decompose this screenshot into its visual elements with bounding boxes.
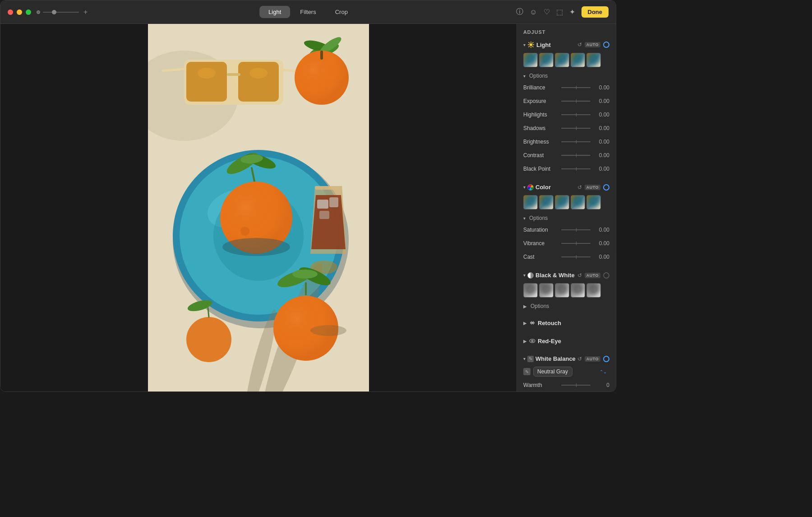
color-thumb-5[interactable] <box>586 195 601 210</box>
color-thumb-3[interactable] <box>555 195 569 210</box>
bw-thumb-1[interactable] <box>523 283 538 298</box>
bw-indicator[interactable] <box>603 272 609 279</box>
wb-pencil-icon: ✎ <box>523 368 531 375</box>
bw-thumb-5[interactable] <box>586 283 601 298</box>
saturation-label: Saturation <box>523 227 558 233</box>
light-section-controls: ↺ AUTO <box>577 42 609 48</box>
color-chevron-icon: ▾ <box>523 185 526 190</box>
color-indicator[interactable] <box>603 184 609 191</box>
light-reset-icon[interactable]: ↺ <box>577 42 582 48</box>
section-wb-header[interactable]: ▾ ✎ White Balance ↺ AUTO <box>517 353 616 365</box>
color-auto-badge[interactable]: AUTO <box>585 185 600 190</box>
zoom-track[interactable] <box>43 12 79 13</box>
highlights-slider[interactable] <box>561 110 591 119</box>
wb-auto-badge[interactable]: AUTO <box>585 356 600 362</box>
light-thumb-1[interactable] <box>523 53 538 67</box>
section-wb: ▾ ✎ White Balance ↺ AUTO ✎ Neutral Gray <box>517 353 616 391</box>
bw-thumb-4[interactable] <box>571 283 585 298</box>
share-icon[interactable]: ⬚ <box>556 8 563 16</box>
tab-adjust[interactable]: Light <box>259 6 290 18</box>
light-section-label: Light <box>536 42 577 48</box>
bw-options-row[interactable]: ▶ Options <box>517 301 616 311</box>
retouch-section-label: Retouch <box>538 320 609 326</box>
brilliance-slider[interactable] <box>561 83 591 92</box>
light-options-row[interactable]: ▾ Options <box>517 71 616 81</box>
wb-section-label: White Balance <box>535 355 577 362</box>
heart-icon[interactable]: ♡ <box>544 8 550 16</box>
color-thumb-4[interactable] <box>571 195 585 210</box>
bw-thumb-3[interactable] <box>555 283 569 298</box>
wb-reset-icon[interactable]: ↺ <box>577 356 582 362</box>
minimize-button[interactable] <box>17 9 22 15</box>
section-light-header[interactable]: ▾ <box>517 38 616 51</box>
right-panel: ADJUST ▾ <box>517 24 616 391</box>
warmth-slider[interactable] <box>561 381 591 390</box>
zoom-thumb[interactable] <box>52 10 56 14</box>
light-thumb-4[interactable] <box>571 53 585 67</box>
blackpoint-label: Black Point <box>523 166 558 172</box>
bw-auto-badge[interactable]: AUTO <box>585 273 600 278</box>
wb-indicator[interactable] <box>603 356 609 362</box>
sparkle-icon[interactable]: ✦ <box>569 8 575 16</box>
highlights-label: Highlights <box>523 112 558 118</box>
slider-row-cast: Cast 0.00 <box>517 250 616 264</box>
svg-rect-57 <box>531 321 532 325</box>
exposure-label: Exposure <box>523 98 558 104</box>
blackpoint-slider[interactable] <box>561 164 591 173</box>
brilliance-label: Brilliance <box>523 84 558 91</box>
color-thumb-2[interactable] <box>539 195 554 210</box>
bw-reset-icon[interactable]: ↺ <box>577 272 582 279</box>
light-indicator[interactable] <box>603 42 609 48</box>
light-chevron-icon: ▾ <box>523 42 526 47</box>
light-thumb-3[interactable] <box>555 53 569 67</box>
light-thumbnails <box>517 51 616 71</box>
wb-chevron-icon: ▾ <box>523 356 526 361</box>
highlights-value: 0.00 <box>593 112 609 118</box>
zoom-plus-icon[interactable]: + <box>83 8 88 16</box>
shadows-slider[interactable] <box>561 124 591 133</box>
info-icon[interactable]: ⓘ <box>516 7 523 17</box>
section-redeye-header[interactable]: ▶ Red-Eye <box>517 335 616 347</box>
slider-row-contrast: Contrast 0.00 <box>517 149 616 162</box>
contrast-value: 0.00 <box>593 152 609 158</box>
slider-row-saturation: Saturation 0.00 <box>517 223 616 237</box>
wb-select[interactable]: Neutral Gray Auto Custom <box>533 367 572 377</box>
vibrance-slider[interactable] <box>561 239 591 248</box>
zoom-slider-area: + <box>37 8 88 16</box>
photo-container <box>148 24 369 391</box>
svg-point-9 <box>198 68 216 79</box>
light-auto-badge[interactable]: AUTO <box>585 42 600 47</box>
section-retouch-header[interactable]: ▶ Retouch <box>517 317 616 329</box>
maximize-button[interactable] <box>26 9 31 15</box>
bw-thumb-2[interactable] <box>539 283 554 298</box>
section-redeye: ▶ Red-Eye <box>517 335 616 349</box>
smiley-icon[interactable]: ☺ <box>530 8 537 16</box>
brightness-label: Brightness <box>523 139 558 145</box>
warmth-label: Warmth <box>523 382 558 388</box>
titlebar: + Light Filters Crop ⓘ ☺ ♡ ⬚ ✦ Done <box>0 0 616 24</box>
section-color-header[interactable]: ▾ Color ↺ AUTO <box>517 181 616 193</box>
cast-slider[interactable] <box>561 252 591 261</box>
close-button[interactable] <box>8 9 13 15</box>
section-bw: ▾ Black & White ↺ AUTO <box>517 269 616 313</box>
tab-crop[interactable]: Crop <box>326 6 357 18</box>
section-bw-header[interactable]: ▾ Black & White ↺ AUTO <box>517 269 616 281</box>
svg-rect-35 <box>315 186 342 190</box>
exposure-slider[interactable] <box>561 97 591 106</box>
contrast-slider[interactable] <box>561 151 591 160</box>
zoom-dot <box>37 10 40 14</box>
light-thumb-5[interactable] <box>586 53 601 67</box>
done-button[interactable]: Done <box>581 6 609 18</box>
slider-row-shadows: Shadows 0.00 <box>517 121 616 135</box>
eye-icon <box>529 337 536 345</box>
slider-row-brightness: Brightness 0.00 <box>517 135 616 149</box>
saturation-slider[interactable] <box>561 225 591 234</box>
wb-dropdown-area: ✎ Neutral Gray Auto Custom ⌃⌄ <box>523 367 609 377</box>
color-thumb-1[interactable] <box>523 195 538 210</box>
brightness-slider[interactable] <box>561 137 591 146</box>
tab-filters[interactable]: Filters <box>291 6 325 18</box>
light-thumb-2[interactable] <box>539 53 554 67</box>
vibrance-value: 0.00 <box>593 240 609 247</box>
color-options-row[interactable]: ▾ Options <box>517 213 616 223</box>
color-reset-icon[interactable]: ↺ <box>577 184 582 191</box>
